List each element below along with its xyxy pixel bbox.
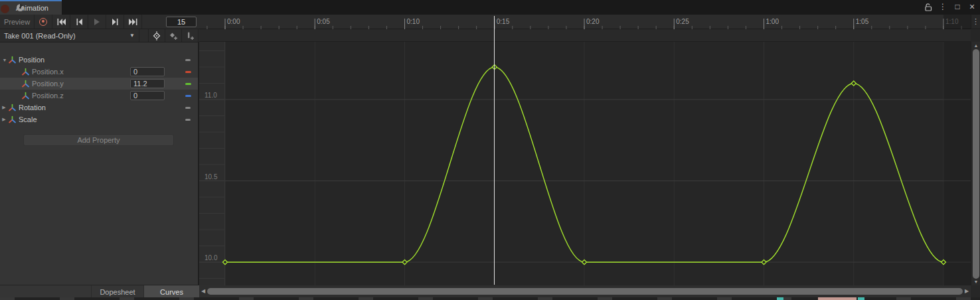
preview-toggle[interactable]: Preview — [0, 15, 35, 29]
tab-animation[interactable]: Animation — [0, 0, 62, 15]
ruler-tick-label: 0:10 — [407, 18, 420, 25]
property-row-position-y[interactable]: Position.y 11.2 — [0, 78, 198, 90]
curve-editor[interactable]: 11.010.510.0 — [199, 42, 971, 285]
previous-frame-icon — [76, 19, 82, 25]
ruler-tick-label: 0:20 — [586, 18, 600, 25]
record-icon — [39, 18, 47, 26]
clip-name: Take 001 (Read-Only) — [4, 32, 76, 40]
close-icon[interactable]: × — [967, 1, 977, 12]
position-z-field[interactable]: 0 — [130, 91, 165, 100]
next-frame-icon — [112, 19, 118, 25]
keyframe-diamond[interactable] — [582, 260, 587, 265]
foldout-arrow-icon[interactable]: ▶ — [0, 117, 8, 122]
background-sliver — [0, 297, 980, 300]
transform-icon — [8, 104, 17, 112]
foldout-arrow-icon[interactable]: ▼ — [0, 58, 8, 62]
record-button[interactable] — [35, 15, 52, 29]
last-frame-icon — [129, 19, 137, 25]
add-keyframe-button[interactable] — [165, 29, 182, 42]
view-mode-bar: Dopesheet Curves — [0, 285, 199, 297]
properties-panel: ▼ Position Position.x 0 Position.y 11.2 … — [0, 42, 199, 285]
keyframe-diamond[interactable] — [762, 260, 766, 265]
ruler-tick-label: 1:05 — [856, 18, 869, 25]
property-row-position[interactable]: ▼ Position — [0, 54, 198, 66]
maximize-icon[interactable]: □ — [952, 1, 963, 12]
vertical-scrollbar-thumb[interactable] — [973, 49, 979, 279]
curve-color-indicator — [185, 71, 191, 73]
previous-frame-button[interactable] — [70, 15, 88, 29]
sliver-teal-mark — [858, 297, 864, 300]
scroll-right-icon[interactable]: ▶ — [963, 288, 970, 295]
clip-row: Take 001 (Read-Only) ▼ — [0, 29, 199, 42]
value-axis-label: 11.0 — [204, 92, 217, 99]
horizontal-scrollbar[interactable]: ◀ ▶ — [199, 285, 971, 297]
curve-top-margin — [199, 29, 971, 42]
property-row-rotation[interactable]: ▶ Rotation — [0, 102, 198, 113]
tab-curves[interactable]: Curves — [143, 285, 199, 298]
position-y-field[interactable]: 11.2 — [130, 79, 165, 88]
position-x-field[interactable]: 0 — [130, 67, 165, 76]
transform-icon — [21, 68, 30, 76]
keyframe-diamond[interactable] — [402, 260, 407, 265]
play-button[interactable] — [88, 15, 106, 29]
curve-toggle-indicator — [185, 119, 191, 121]
curve-toggle-indicator — [185, 59, 191, 61]
animation-window: Animation ⋮ □ × Preview 15 — [0, 0, 980, 300]
clip-dropdown[interactable]: Take 001 (Read-Only) ▼ — [0, 29, 139, 42]
value-axis-label: 10.5 — [204, 173, 218, 181]
window-badge-icon — [1, 5, 9, 13]
property-label: Position.z — [32, 92, 64, 100]
sliver-pink-mark — [818, 297, 857, 300]
keyframe-indicator-button[interactable] — [149, 29, 165, 42]
property-label: Position.x — [32, 68, 64, 76]
timeline-ruler[interactable]: 0:000:050:100:150:200:251:001:051:10 — [199, 15, 971, 29]
play-icon — [94, 19, 100, 25]
foldout-arrow-icon[interactable]: ▶ — [0, 105, 8, 110]
out-of-range-shade — [943, 15, 971, 29]
transform-icon — [8, 115, 17, 123]
transform-icon — [21, 80, 30, 88]
out-of-range-shade — [943, 42, 971, 285]
add-property-button[interactable]: Add Property — [23, 134, 174, 146]
property-row-scale[interactable]: ▶ Scale — [0, 113, 198, 125]
add-event-icon — [185, 31, 195, 40]
horizontal-scrollbar-thumb[interactable] — [207, 288, 963, 295]
toolbar-spacer — [139, 29, 149, 42]
property-label: Scale — [19, 115, 37, 123]
scroll-down-icon[interactable]: ▼ — [971, 279, 980, 285]
sliver-teal-mark — [777, 297, 783, 300]
curve-color-indicator — [185, 83, 191, 85]
add-event-button[interactable] — [182, 29, 199, 42]
property-row-position-x[interactable]: Position.x 0 — [0, 66, 198, 78]
frame-number-field[interactable]: 15 — [166, 17, 197, 27]
ruler-tick-label: 0:00 — [227, 18, 240, 25]
ruler-tick-label: 0:25 — [676, 18, 689, 25]
next-frame-button[interactable] — [106, 15, 124, 29]
scroll-left-icon[interactable]: ◀ — [200, 288, 206, 295]
tab-dopesheet[interactable]: Dopesheet — [91, 285, 143, 298]
unlock-icon[interactable] — [923, 1, 934, 12]
property-label: Position.y — [32, 80, 64, 88]
curve-color-indicator — [185, 95, 191, 97]
scrollbar-corner — [971, 285, 980, 297]
scroll-up-icon[interactable]: ▲ — [971, 42, 980, 49]
property-label: Position — [19, 56, 44, 64]
ruler-tick-label: 0:15 — [497, 18, 510, 25]
dropdown-arrow-icon: ▼ — [129, 33, 135, 38]
playhead[interactable] — [494, 16, 495, 285]
tab-strip: Animation ⋮ □ × — [0, 0, 980, 15]
last-frame-button[interactable] — [124, 15, 142, 29]
first-frame-button[interactable] — [52, 15, 70, 29]
transform-icon — [21, 92, 30, 100]
ruler-tick-label: 1:00 — [766, 18, 779, 25]
property-label: Rotation — [19, 104, 46, 112]
property-row-position-z[interactable]: Position.z 0 — [0, 90, 198, 102]
animation-clock-icon — [17, 4, 24, 11]
first-frame-icon — [57, 19, 66, 25]
ruler-menu-icon[interactable]: ⋮ — [971, 15, 980, 29]
window-menu-icon[interactable]: ⋮ — [938, 1, 948, 12]
vertical-scrollbar[interactable]: ▲ ▼ — [971, 42, 980, 285]
animation-toolbar: Preview 15 — [0, 15, 199, 29]
ruler-tick-label: 0:05 — [317, 18, 330, 25]
keyframe-diamond[interactable] — [851, 81, 856, 86]
